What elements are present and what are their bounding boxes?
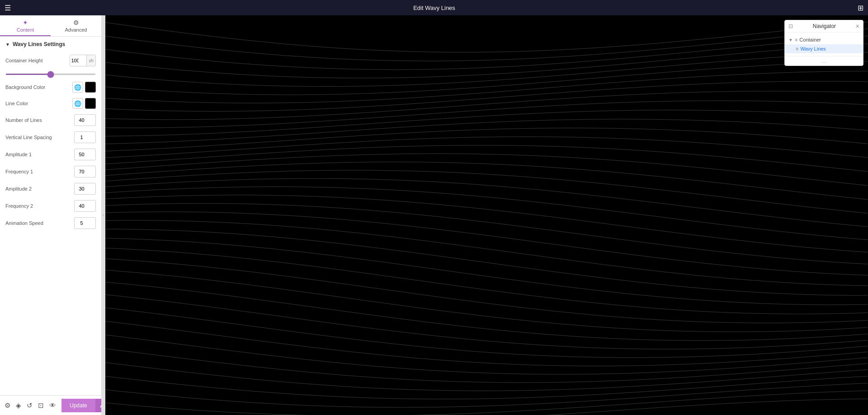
left-panel: ✦ Content ⚙ Advanced ▼ Wavy Lines Settin… [0, 15, 102, 415]
bottom-toolbar: ⚙ ◈ ↺ ⊡ 👁 Update ▲ [0, 395, 101, 415]
responsive-icon[interactable]: ⊡ [38, 401, 44, 410]
container-height-input[interactable] [70, 55, 86, 66]
container-arrow-icon: ▼ [788, 37, 793, 42]
frequency-1-row: Frequency 1 [0, 163, 101, 180]
preview-icon[interactable]: 👁 [49, 401, 56, 409]
frequency-2-row: Frequency 2 [0, 197, 101, 214]
content-tab-label: Content [17, 27, 34, 33]
navigator-close-button[interactable]: × [856, 23, 859, 29]
section-title: Wavy Lines Settings [13, 41, 65, 47]
number-of-lines-label: Number of Lines [5, 117, 74, 123]
update-button[interactable]: Update [61, 399, 95, 412]
container-height-label: Container Height [5, 58, 70, 63]
amplitude-1-label: Amplitude 1 [5, 152, 74, 157]
amplitude-1-row: Amplitude 1 [0, 146, 101, 163]
update-chevron-button[interactable]: ▲ [95, 399, 102, 412]
amplitude-2-label: Amplitude 2 [5, 186, 74, 191]
settings-icon[interactable]: ⚙ [5, 401, 10, 410]
navigator-title: Navigator [796, 23, 853, 29]
number-of-lines-row: Number of Lines [0, 112, 101, 129]
main-layout: ✦ Content ⚙ Advanced ▼ Wavy Lines Settin… [0, 15, 868, 415]
background-color-controls: 🌐 [72, 82, 96, 93]
wavy-lines-label: Wavy Lines [800, 46, 826, 51]
line-color-swatch[interactable] [85, 98, 96, 109]
line-color-row: Line Color 🌐 [0, 95, 101, 112]
wavy-lines-canvas [105, 15, 868, 415]
number-of-lines-input[interactable] [74, 114, 96, 126]
line-color-global-btn[interactable]: 🌐 [72, 98, 83, 109]
amplitude-1-input[interactable] [74, 149, 96, 160]
vertical-line-spacing-label: Vertical Line Spacing [5, 135, 74, 140]
layers-icon[interactable]: ◈ [16, 401, 21, 410]
container-label: Container [799, 37, 821, 42]
panel-collapse-handle[interactable]: ‹ [102, 15, 105, 415]
grid-icon[interactable]: ⊞ [858, 4, 863, 12]
animation-speed-input[interactable] [74, 217, 96, 229]
tabs-bar: ✦ Content ⚙ Advanced [0, 15, 101, 37]
container-height-slider-row [0, 69, 101, 79]
menu-icon[interactable]: ☰ [5, 4, 11, 12]
nav-item-wavy-lines[interactable]: ≡ Wavy Lines [785, 44, 863, 53]
line-color-controls: 🌐 [72, 98, 96, 109]
line-color-label: Line Color [5, 101, 72, 106]
container-height-row: Container Height vh [0, 52, 101, 69]
frequency-1-label: Frequency 1 [5, 169, 74, 174]
background-color-label: Background Color [5, 84, 72, 90]
advanced-tab-label: Advanced [65, 27, 87, 33]
background-color-global-btn[interactable]: 🌐 [72, 82, 83, 93]
update-button-group: Update ▲ [61, 399, 102, 412]
canvas-area: ⊡ Navigator × ▼ ≡ Container ≡ Wavy Lines… [105, 15, 868, 415]
frequency-1-input[interactable] [74, 166, 96, 177]
advanced-tab-icon: ⚙ [73, 19, 79, 26]
vertical-line-spacing-row: Vertical Line Spacing [0, 129, 101, 146]
navigator-header: ⊡ Navigator × [785, 20, 863, 33]
history-icon[interactable]: ↺ [27, 401, 33, 410]
animation-speed-row: Animation Speed [0, 214, 101, 232]
animation-speed-label: Animation Speed [5, 220, 74, 226]
navigator-collapse-icon[interactable]: ⊡ [788, 23, 793, 29]
header: ☰ Edit Wavy Lines ⊞ [0, 0, 868, 15]
tab-advanced[interactable]: ⚙ Advanced [51, 15, 101, 36]
nav-item-container[interactable]: ▼ ≡ Container [785, 35, 863, 44]
vertical-line-spacing-input[interactable] [74, 131, 96, 143]
navigator-tree: ▼ ≡ Container ≡ Wavy Lines [785, 33, 863, 56]
frequency-2-input[interactable] [74, 200, 96, 212]
container-height-slider[interactable] [5, 74, 96, 75]
frequency-2-label: Frequency 2 [5, 203, 74, 209]
page-title: Edit Wavy Lines [15, 5, 853, 11]
container-icon: ≡ [795, 37, 797, 42]
wavy-lines-icon: ≡ [796, 46, 798, 51]
content-tab-icon: ✦ [23, 19, 28, 26]
container-height-unit[interactable]: vh [86, 55, 95, 66]
background-color-swatch[interactable] [85, 82, 96, 93]
amplitude-2-row: Amplitude 2 [0, 180, 101, 197]
wavy-lines-settings-section[interactable]: ▼ Wavy Lines Settings [0, 37, 101, 52]
amplitude-2-input[interactable] [74, 183, 96, 195]
section-chevron: ▼ [5, 42, 10, 47]
background-color-row: Background Color 🌐 [0, 79, 101, 95]
navigator-panel: ⊡ Navigator × ▼ ≡ Container ≡ Wavy Lines… [784, 20, 863, 66]
container-height-control[interactable]: vh [70, 55, 96, 66]
navigator-footer: ... [785, 56, 863, 65]
tab-content[interactable]: ✦ Content [0, 15, 51, 36]
